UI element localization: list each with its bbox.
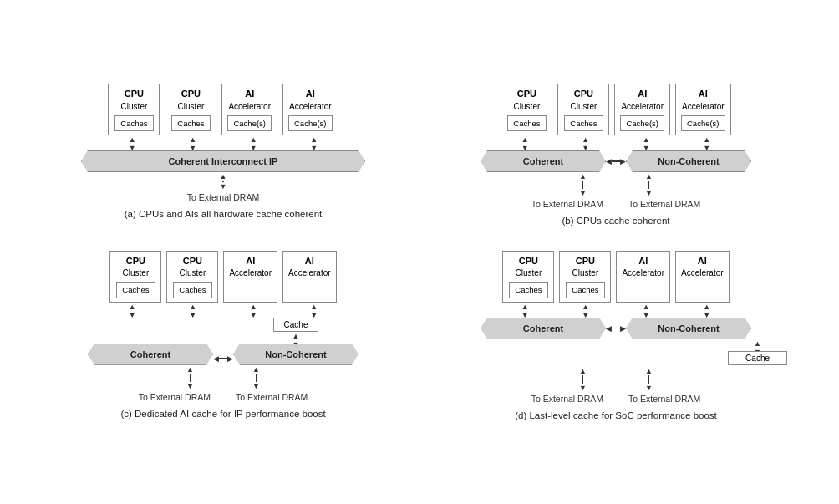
arrow-a4: ▲ ▼: [310, 135, 318, 150]
node-cpu1-c: CPU Cluster Caches: [109, 251, 161, 303]
node-ai1-b-title: AI: [620, 88, 664, 100]
arrows-b: ▲ ▼ ▲ ▼ ▲ ▼ ▲: [495, 135, 737, 150]
node-cpu2-d-cache: Caches: [566, 282, 604, 298]
cache-box-c: Cache: [273, 318, 319, 332]
node-cpu2-d-sub: Cluster: [565, 267, 605, 279]
node-cpu1-a-cache: Caches: [114, 115, 153, 131]
node-cpu2-c-cache: Caches: [173, 282, 211, 298]
arrow-d2: ▲ ▼: [582, 303, 589, 318]
node-cpu1-d-sub: Cluster: [508, 267, 548, 279]
node-ai1-c: AI Accelerator: [223, 251, 277, 303]
cache-area-d: ▲ ▼ Cache: [428, 339, 804, 365]
node-ai2-a-sub: Accelerator: [288, 101, 333, 113]
arrows-c-top: ▲ ▼ ▲ ▼ ▲ ▼: [102, 303, 344, 318]
banner-coherent-c: Coherent: [88, 344, 213, 365]
dram-arrow-c-right: ▲ ▼: [252, 365, 260, 390]
arrow-a2-up: ▲: [189, 135, 196, 144]
node-ai2-a-cache: Cache(s): [288, 115, 333, 131]
arrows-d-top: ▲ ▼ ▲ ▼ ▲ ▼ ▲: [495, 303, 737, 318]
node-ai2-c: AI Accelerator: [282, 251, 337, 303]
node-ai1-d-title: AI: [622, 255, 664, 267]
node-cpu2-d-title: CPU: [565, 255, 605, 267]
node-cpu2-b-cache: Caches: [564, 115, 603, 131]
caption-b: (b) CPUs cache coherent: [562, 216, 669, 226]
nodes-row-d: CPU Cluster Caches CPU Cluster Caches AI…: [502, 251, 729, 303]
node-cpu1-d-cache: Caches: [509, 282, 547, 298]
banner-coherent-b: Coherent: [481, 150, 606, 172]
node-cpu1-b-sub: Cluster: [506, 101, 547, 113]
node-cpu2-a-sub: Cluster: [170, 101, 211, 113]
dram-labels-c: To External DRAM To External DRAM: [139, 390, 308, 402]
node-cpu1-b: CPU Cluster Caches: [501, 84, 552, 135]
arrow-b1: ▲ ▼: [521, 135, 529, 150]
diagram-b: CPU Cluster Caches CPU Cluster Caches AI…: [428, 84, 804, 226]
dram-label-a: To External DRAM: [187, 192, 259, 202]
dram-labels-b: To External DRAM To External DRAM: [531, 197, 701, 209]
node-ai1-a: AI Accelerator Cache(s): [221, 84, 277, 135]
h-arrow-b: ◀ ▶: [606, 157, 626, 165]
diagrams-grid: CPU Cluster Caches CPU Cluster Caches AI…: [35, 84, 804, 420]
arrow-c2: ▲ ▼: [189, 303, 196, 318]
banner-noncoherent-d: Non-Coherent: [626, 318, 751, 339]
dram-arrows-b: ▲ ▼ ▲ ▼: [579, 172, 653, 197]
node-cpu2-c: CPU Cluster Caches: [166, 251, 218, 303]
node-ai1-b-sub: Accelerator: [620, 101, 664, 113]
banners-d: Coherent ◀ ▶ Non-Coherent: [481, 318, 751, 339]
arrow-a3: ▲ ▼: [250, 135, 257, 150]
arrow-b4: ▲ ▼: [703, 135, 710, 150]
diagram-c: CPU Cluster Caches CPU Cluster Caches AI…: [35, 251, 411, 420]
node-ai2-d-title: AI: [681, 255, 724, 267]
dram-arrow-d-right: ▲ ▼: [645, 367, 653, 392]
node-cpu1-b-title: CPU: [506, 88, 547, 100]
cache-arrow-d: ▲ ▼: [754, 339, 761, 351]
dram-arrow-d-left: ▲ ▼: [579, 367, 587, 392]
arrow-d4: ▲ ▼: [703, 303, 710, 318]
node-cpu1-a-sub: Cluster: [114, 101, 154, 113]
arrow-a2: ▲ ▼: [189, 135, 196, 150]
nodes-row-a: CPU Cluster Caches CPU Cluster Caches AI…: [108, 84, 338, 135]
node-ai2-a: AI Accelerator Cache(s): [282, 84, 338, 135]
node-cpu2-a-cache: Caches: [171, 115, 210, 131]
dram-label-c-left: To External DRAM: [139, 392, 211, 402]
node-cpu1-c-cache: Caches: [116, 282, 155, 298]
node-cpu2-c-sub: Cluster: [172, 267, 212, 279]
dram-label-c-right: To External DRAM: [236, 392, 308, 402]
node-cpu1-c-sub: Cluster: [115, 267, 155, 279]
diagram-a: CPU Cluster Caches CPU Cluster Caches AI…: [35, 84, 411, 226]
arrow-c3: ▲ ▼: [250, 303, 257, 318]
h-arrow-c: ◀ ▶: [213, 354, 233, 363]
banner-noncoherent-c: Non-Coherent: [233, 344, 358, 365]
diagram-d: CPU Cluster Caches CPU Cluster Caches AI…: [428, 251, 804, 420]
node-ai1-b-cache: Cache(s): [620, 115, 664, 131]
main-container: CPU Cluster Caches CPU Cluster Caches AI…: [18, 67, 821, 436]
node-ai1-a-sub: Accelerator: [227, 101, 272, 113]
banner-a: Coherent Interconnect IP: [81, 150, 365, 172]
node-cpu1-a: CPU Cluster Caches: [108, 84, 160, 135]
node-cpu2-b-title: CPU: [563, 88, 603, 100]
node-ai2-b-cache: Cache(s): [681, 115, 725, 131]
banner-noncoherent-b: Non-Coherent: [626, 150, 751, 172]
mid-section-c: Coherent ◀ ▶ Cache ▲ ▼: [35, 318, 411, 365]
cache-col-d: ▲ ▼ Cache: [728, 339, 787, 365]
node-ai2-b-sub: Accelerator: [681, 101, 725, 113]
arrow-c1: ▲ ▼: [129, 303, 136, 318]
caption-d: (d) Last-level cache for SoC performance…: [515, 410, 717, 420]
dram-arrow-c-left: ▲ ▼: [186, 365, 194, 390]
node-cpu1-b-cache: Caches: [507, 115, 546, 131]
node-ai2-b: AI Accelerator Cache(s): [675, 84, 731, 135]
node-ai1-a-cache: Cache(s): [227, 115, 272, 131]
dram-arrow-b-right: ▲ ▼: [645, 172, 653, 197]
arrow-d3: ▲ ▼: [643, 303, 650, 318]
node-cpu1-a-title: CPU: [114, 88, 154, 100]
node-cpu2-a-title: CPU: [170, 88, 211, 100]
dram-label-d-left: To External DRAM: [531, 394, 603, 404]
node-ai1-d-sub: Accelerator: [622, 267, 664, 279]
node-ai2-a-title: AI: [288, 88, 333, 100]
nodes-row-b: CPU Cluster Caches CPU Cluster Caches AI…: [501, 84, 730, 135]
dram-label-d-right: To External DRAM: [628, 394, 700, 404]
arrows-a: ▲ ▼ ▲ ▼ ▲ ▼ ▲: [102, 135, 344, 150]
node-cpu1-d-title: CPU: [508, 255, 548, 267]
dram-arrow-a: ▲ ▼: [220, 172, 227, 191]
arrow-a1-up: ▲: [129, 135, 136, 144]
dram-label-b-right: To External DRAM: [628, 199, 700, 209]
